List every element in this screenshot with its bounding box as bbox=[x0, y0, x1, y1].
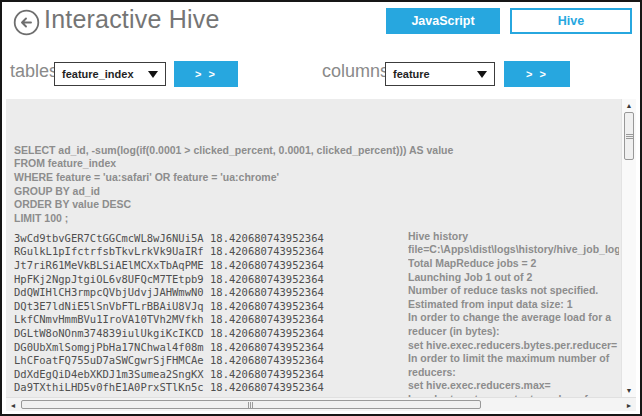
scroll-down-icon[interactable]: ▼ bbox=[622, 387, 636, 394]
result-value: 18.420680743952364 bbox=[210, 381, 324, 393]
tables-label: tables bbox=[10, 61, 58, 82]
chevron-down-icon bbox=[477, 71, 487, 78]
hive-tab-button[interactable]: Hive bbox=[510, 8, 632, 34]
result-value: 18.420680743952364 bbox=[210, 327, 324, 339]
result-value: 18.420680743952364 bbox=[210, 354, 324, 366]
log-line: reducers: bbox=[408, 366, 619, 380]
log-line: Estimated from input data size: 1 bbox=[408, 298, 619, 312]
result-value: 18.420680743952364 bbox=[210, 300, 324, 312]
result-row: DGLtW8oNOnm374839iulUkgiKcIKCD 18.420680… bbox=[14, 327, 324, 341]
tables-dropdown[interactable]: feature_index bbox=[54, 62, 166, 86]
result-rows: 3wCd9tbvGER7CtGGCmcWL8wJ6NUi5A 18.420680… bbox=[14, 191, 324, 411]
log-line: Hive history bbox=[408, 230, 619, 244]
result-row: DQt3E7ldNiE5lSnVbFTLrBBAiU8VJq 18.420680… bbox=[14, 300, 324, 314]
scrollbar-grip bbox=[248, 402, 254, 408]
result-value: 18.420680743952364 bbox=[210, 245, 324, 257]
result-row: LkfCNmvHmmBVu1IroVA10TVh2MVfkh 18.420680… bbox=[14, 313, 324, 327]
result-row: Jt7riR61MeVkBLSiAElMCXxTbAqPME 18.420680… bbox=[14, 259, 324, 273]
query-line: WHERE feature = 'ua:safari' OR feature =… bbox=[14, 171, 453, 185]
query-line: SELECT ad_id, -sum(log(if(0.0001 > click… bbox=[14, 144, 453, 158]
log-line: set hive.exec.reducers.max= bbox=[408, 379, 619, 393]
back-arrow-icon bbox=[13, 24, 40, 39]
result-row: RGulkL1pIfctrfsbTkvLrkVk9UaIRf 18.420680… bbox=[14, 245, 324, 259]
vertical-scrollbar[interactable]: ▲ ▼ bbox=[621, 99, 636, 397]
scroll-left-icon[interactable]: ◄ bbox=[8, 402, 18, 409]
result-value: 18.420680743952364 bbox=[210, 259, 324, 271]
columns-selected-value: feature bbox=[393, 68, 430, 80]
vertical-scrollbar-thumb[interactable] bbox=[624, 112, 634, 160]
log-line: set hive.exec.reducers.bytes.per.reducer… bbox=[408, 339, 619, 353]
query-line: FROM feature_index bbox=[14, 157, 453, 171]
log-line: file=C:\Apps\dist\logs\history/hive_job_… bbox=[408, 243, 619, 257]
result-row: Da9TXthiLHD5v0fhE1A0PrxSTlKn5c 18.420680… bbox=[14, 381, 324, 395]
result-value: 18.420680743952364 bbox=[210, 273, 324, 285]
hive-job-log: Hive historyfile=C:\Apps\dist\logs\histo… bbox=[408, 189, 619, 397]
result-row: DdXdEgQiD4ebXKDJ1m3Sumea2SngKX 18.420680… bbox=[14, 368, 324, 382]
result-ad-id: HpFKj2NgpJtgiOL6v8UFQcM7TEtpb9 bbox=[14, 273, 204, 285]
result-value: 18.420680743952364 bbox=[210, 368, 324, 380]
log-line: Number of reduce tasks not specified. bbox=[408, 284, 619, 298]
result-value: 18.420680743952364 bbox=[210, 341, 324, 353]
result-value: 18.420680743952364 bbox=[210, 313, 324, 325]
page-title: Interactive Hive bbox=[44, 5, 220, 34]
result-ad-id: DdQWIHlCH3rmpcQVbjUdvjJAHWmwN0 bbox=[14, 286, 204, 298]
columns-dropdown[interactable]: feature bbox=[385, 62, 495, 86]
columns-insert-button[interactable]: > > bbox=[504, 61, 570, 87]
result-value: 18.420680743952364 bbox=[210, 232, 324, 244]
log-line: In order to limit the maximum number of bbox=[408, 352, 619, 366]
result-row: 3wCd9tbvGER7CtGGCmcWL8wJ6NUi5A 18.420680… bbox=[14, 232, 324, 246]
result-ad-id: 3wCd9tbvGER7CtGGCmcWL8wJ6NUi5A bbox=[14, 232, 204, 244]
tables-insert-button[interactable]: > > bbox=[174, 61, 238, 87]
columns-label: columns bbox=[322, 61, 389, 82]
result-value: 18.420680743952364 bbox=[210, 286, 324, 298]
result-ad-id: LhCFoatFQ755uD7aSWCgwrSjFHMCAe bbox=[14, 354, 204, 366]
result-row: HpFKj2NgpJtgiOL6v8UFQcM7TEtpb9 18.420680… bbox=[14, 273, 324, 287]
result-ad-id: LkfCNmvHmmBVu1IroVA10TVh2MVfkh bbox=[14, 313, 204, 325]
chevron-down-icon bbox=[148, 71, 158, 78]
javascript-tab-button[interactable]: JavaScript bbox=[386, 8, 500, 34]
log-line: In order to change the average load for … bbox=[408, 311, 619, 325]
interactive-hive-window: Interactive Hive JavaScript Hive tables … bbox=[0, 0, 642, 416]
horizontal-scrollbar-thumb[interactable] bbox=[21, 400, 481, 409]
log-line: Total MapReduce jobs = 2 bbox=[408, 257, 619, 271]
result-row: DdQWIHlCH3rmpcQVbjUdvjJAHWmwN0 18.420680… bbox=[14, 286, 324, 300]
back-button[interactable] bbox=[13, 9, 40, 36]
scroll-right-icon[interactable]: ► bbox=[624, 402, 634, 409]
scroll-up-icon[interactable]: ▲ bbox=[622, 102, 636, 109]
log-line: Launching Job 1 out of 2 bbox=[408, 271, 619, 285]
result-ad-id: DQt3E7ldNiE5lSnVbFTLrBBAiU8VJq bbox=[14, 300, 204, 312]
result-ad-id: DGLtW8oNOnm374839iulUkgiKcIKCD bbox=[14, 327, 204, 339]
result-row: LhCFoatFQ755uD7aSWCgwrSjFHMCAe 18.420680… bbox=[14, 354, 324, 368]
horizontal-scrollbar[interactable]: ◄ ► bbox=[6, 397, 636, 411]
result-ad-id: DG0UbXmlSomgjPbHa17NChwal4f08m bbox=[14, 341, 204, 353]
result-row: DG0UbXmlSomgjPbHa17NChwal4f08m 18.420680… bbox=[14, 341, 324, 355]
tables-selected-value: feature_index bbox=[62, 68, 134, 80]
result-ad-id: DdXdEgQiD4ebXKDJ1m3Sumea2SngKX bbox=[14, 368, 204, 380]
result-ad-id: Jt7riR61MeVkBLSiAElMCXxTbAqPME bbox=[14, 259, 204, 271]
query-console-pane: SELECT ad_id, -sum(log(if(0.0001 > click… bbox=[6, 99, 636, 411]
result-ad-id: RGulkL1pIfctrfsbTkvLrkVk9UaIRf bbox=[14, 245, 204, 257]
scrollbar-grip bbox=[626, 134, 633, 139]
result-ad-id: Da9TXthiLHD5v0fhE1A0PrxSTlKn5c bbox=[14, 381, 204, 393]
log-line: reducer (in bytes): bbox=[408, 325, 619, 339]
